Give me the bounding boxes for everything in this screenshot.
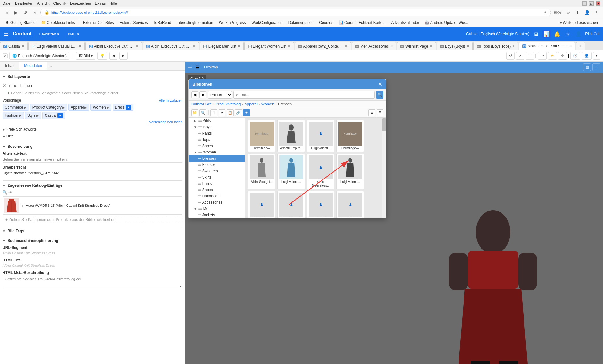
library-close-button[interactable]: ✕ (378, 81, 382, 87)
downloads-button[interactable]: ⬇ (573, 9, 582, 16)
refresh-button[interactable]: ↺ (21, 9, 30, 16)
profile-button[interactable]: 👤 (583, 9, 591, 16)
tab-men-accessories[interactable]: ✏ Men Accessories ✕ (352, 42, 396, 50)
back-button[interactable]: ◀ (3, 9, 11, 16)
bookmark-extservices[interactable]: ExternalServices (117, 19, 150, 26)
settings-button[interactable]: ⚙ (558, 52, 567, 60)
tree-item-pants2[interactable]: ≡≡ Pants (189, 180, 245, 187)
tab-albini-exec1[interactable]: 🖼 Albini Executive Cut Gray ... ✕ (85, 42, 142, 50)
lib-tool-btn1[interactable]: ⊞ (210, 109, 217, 116)
lightbulb-button[interactable]: 💡 (97, 52, 107, 60)
open-new-button[interactable]: ↗ (516, 52, 524, 60)
menu-ansicht[interactable]: Ansicht (37, 1, 49, 6)
tab-elegant-women[interactable]: 📄 Elegant Women List ✕ (244, 42, 294, 50)
tab-close-icon[interactable]: ✕ (136, 44, 139, 48)
tab-close-icon[interactable]: ✕ (345, 44, 348, 48)
more-actions-button[interactable]: ▾ (593, 52, 600, 60)
tag-add-button[interactable]: + (126, 105, 131, 110)
menu-extras[interactable]: Extras (95, 1, 106, 6)
bild-tags-header[interactable]: ▼ Bild Tags (3, 228, 182, 234)
tab-albini-casual[interactable]: 🖼 Albini Casual Knit Strap... ✕ (519, 42, 575, 50)
breadcrumb-apparel[interactable]: Apparel (244, 102, 257, 106)
grid-icon[interactable]: ⊞ (532, 30, 540, 38)
bookmark-dokumentation[interactable]: Dokumentation (286, 19, 316, 26)
tab-close-icon[interactable]: ✕ (79, 44, 81, 48)
breadcrumb-women[interactable]: Women (261, 102, 274, 106)
tree-item-blouses[interactable]: ≡≡ Blouses (189, 162, 245, 168)
lib-tool-add[interactable]: 📁 (191, 109, 198, 116)
bookmark-corona[interactable]: 📊 Corona: Echtzeit-Karte... (336, 19, 388, 26)
tree-item-men[interactable]: ▼ ≡≡ Men (189, 206, 245, 212)
lib-forward-button[interactable]: ▶ (199, 91, 206, 98)
tab-close-icon[interactable]: ✕ (569, 44, 572, 48)
menu-hilfe[interactable]: Hilfe (109, 1, 117, 6)
bookmark-getting-started[interactable]: ⚙ Getting Started (3, 19, 38, 26)
tab-albini-exec2[interactable]: 🖼 Albini Executive Cut Gray ... ✕ (143, 42, 199, 50)
menu-chronik[interactable]: Chronik (53, 1, 66, 6)
next-page-button[interactable]: ▶ (119, 52, 128, 60)
tree-item-sweaters[interactable]: ≡≡ Sweaters (189, 168, 245, 174)
prev-page-button[interactable]: ◀ (109, 52, 117, 60)
lib-tool-btn4[interactable]: 🔗 (235, 109, 242, 116)
forward-button[interactable]: ▶ (12, 9, 20, 16)
history-button[interactable]: 🕐 (570, 52, 580, 60)
tab-more[interactable]: ... (47, 62, 55, 70)
reload-vorschlaege-link[interactable]: Vorschläge neu laden (3, 120, 182, 124)
list-view-btn[interactable]: ≡ (368, 109, 375, 116)
catalog-dots-icon[interactable]: ••• (8, 190, 13, 195)
tree-item-pants1[interactable]: ≡≡ Pants (189, 130, 245, 136)
address-bar[interactable]: 🔒 https://studio.release-ci-cms-2110.cor… (40, 9, 551, 16)
tab-apparel-row[interactable]: ✏ ApparelRow2_Content_Ri... ✕ (295, 42, 351, 50)
lib-item-versatil-strapless[interactable]: 👗 Versatil Strapless... (307, 191, 334, 218)
chart-icon[interactable]: 📊 (542, 30, 551, 38)
freie-header[interactable]: ▶ Freie Schlagworte (3, 126, 182, 132)
star-icon[interactable]: ☆ (564, 30, 572, 38)
tab-inhalt[interactable]: Inhalt (0, 62, 19, 70)
lib-item-versatil-empire[interactable]: Versatil Empire... (277, 120, 305, 152)
lib-item-luigi3[interactable]: Luigi Valenti... (336, 154, 364, 189)
breadcrumb-produktkatalog[interactable]: Produktkatalog (215, 102, 241, 106)
lib-item-luigi2[interactable]: Luigi Valenti... (277, 154, 305, 189)
minimize-button[interactable]: — (582, 1, 587, 6)
tree-item-jackets[interactable]: ≡≡ Jackets (189, 212, 245, 218)
tree-item-skirts[interactable]: ≡≡ Skirts (189, 174, 245, 180)
tree-item-women[interactable]: ▼ ≡≡ Women (189, 149, 245, 155)
lib-search-button[interactable]: 🔍 (376, 91, 383, 99)
lib-tool-btn5[interactable]: ★ (243, 109, 250, 116)
bookmark-coremedia[interactable]: 📁 CoreMedia Links (39, 19, 78, 26)
bell-icon[interactable]: 🔔 (553, 30, 561, 38)
tab-luigi[interactable]: 📄 Luigi Valenti Casual Leat... ✕ (28, 42, 85, 50)
section-beschreibung-header[interactable]: ▼ Beschreibung (3, 143, 182, 150)
themen-header[interactable]: ✕ □ □ ▶ Themen (3, 83, 182, 89)
lib-back-button[interactable]: ◀ (191, 91, 198, 98)
tree-item-shoes1[interactable]: ≡≡ Shoes (189, 143, 245, 149)
add-schlagwort-button[interactable]: + Geben Sie hier ein Schlagwort ein oder… (8, 90, 182, 96)
tab-new[interactable]: + (576, 42, 585, 50)
grid-view-btn[interactable]: ⊞ (377, 109, 383, 116)
tree-item-shoes2[interactable]: ≡≡ Shoes (189, 187, 245, 193)
tree-item-tops[interactable]: ≡≡ Tops (189, 136, 245, 143)
tree-item-dresses[interactable]: ≡≡ Dresses (189, 155, 245, 162)
menu-lesezeichen[interactable]: Lesezeichen (70, 1, 91, 6)
lib-item-versatil-short[interactable]: 👗 Versatil Short... (336, 191, 364, 218)
maximize-button[interactable]: □ (589, 1, 594, 6)
bookmark-adventskalender[interactable]: Adventskalender (388, 19, 421, 26)
catalog-zoom-icon[interactable]: 🔍 (3, 190, 7, 195)
menu-datei[interactable]: Datei (3, 1, 11, 6)
bookmark-weitere[interactable]: » Weitere Lesezeichen (557, 19, 600, 26)
tab-close-icon[interactable]: ✕ (237, 44, 240, 48)
tree-item-accessories[interactable]: ≡≡ Accessories (189, 199, 245, 206)
orte-header[interactable]: ▶ Orte (3, 133, 182, 139)
tab-boys-tops[interactable]: ✏ Tops (Boys Tops) ✕ (473, 42, 518, 50)
lib-item-hermitage1[interactable]: Hermitage Hermitage— (248, 120, 275, 152)
person-icon[interactable]: 👤 (574, 30, 583, 38)
bookmarks-button[interactable]: ☆ (564, 9, 572, 16)
delete-themen-icon[interactable]: ✕ (3, 83, 6, 88)
tab-elegant-men[interactable]: 📄 Elegant Men List ✕ (200, 42, 244, 50)
tab-close-icon[interactable]: ✕ (512, 44, 515, 48)
view-mode-button[interactable]: 🖼 Bild ▾ (76, 52, 95, 60)
language-selector[interactable]: 🌐 Englisch (Vereinigte Staaten) (9, 52, 69, 60)
lib-scrollbar[interactable] (382, 118, 386, 218)
bookmark-courses[interactable]: Courses (317, 19, 336, 26)
html-meta-input[interactable] (3, 276, 182, 288)
